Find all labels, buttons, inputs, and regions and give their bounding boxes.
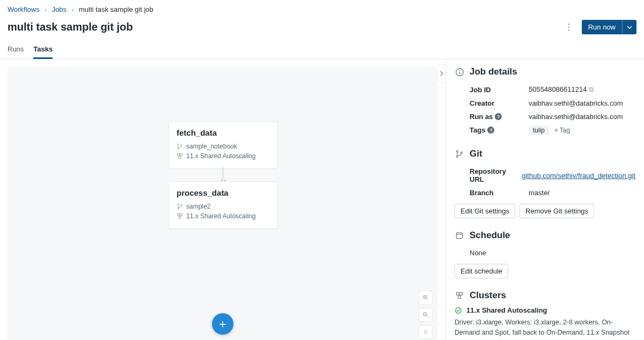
value-branch: master	[529, 189, 635, 197]
svg-rect-3	[178, 154, 180, 156]
git-branch-icon	[177, 143, 183, 150]
schedule-none: None	[470, 249, 635, 257]
run-now-group: Run now	[582, 20, 636, 34]
status-ok-icon	[455, 307, 462, 314]
remove-git-button[interactable]: Remove Git settings	[519, 204, 594, 218]
cluster-icon	[177, 153, 183, 159]
svg-point-24	[456, 156, 458, 157]
help-icon[interactable]: ?	[487, 127, 494, 134]
git-branch-icon	[177, 203, 183, 210]
add-task-button[interactable]: ＋	[212, 313, 233, 335]
edit-git-button[interactable]: Edit Git settings	[455, 204, 515, 218]
task-cluster: 11.x Shared Autoscaling	[177, 212, 270, 220]
svg-point-1	[178, 148, 179, 149]
zoom-out-button[interactable]	[419, 308, 433, 322]
cluster-description: Driver: i3.xlarge, Workers: i3.xlarge, 2…	[455, 317, 635, 340]
tabs: Runs Tasks	[0, 42, 644, 59]
details-sidebar: Job details Job ID 505548086611214⧉ Crea…	[445, 59, 644, 340]
svg-rect-30	[456, 292, 459, 295]
copy-icon[interactable]: ⧉	[589, 85, 594, 93]
breadcrumb-jobs[interactable]: Jobs	[52, 5, 67, 13]
task-node-process-data[interactable]: process_data sample2 11.x Shared Autosca…	[169, 181, 278, 229]
svg-point-8	[181, 205, 182, 206]
svg-rect-10	[180, 214, 182, 216]
task-cluster: 11.x Shared Autoscaling	[177, 152, 270, 160]
collapse-sidebar-icon[interactable]	[437, 64, 446, 83]
svg-point-23	[456, 151, 458, 152]
label-repo-url: Repository URL	[470, 167, 522, 183]
svg-rect-5	[179, 157, 181, 159]
label-branch: Branch	[470, 189, 529, 197]
chevron-down-icon	[627, 25, 632, 30]
run-now-button[interactable]: Run now	[582, 20, 622, 34]
label-tags: Tags	[470, 126, 485, 134]
breadcrumb-workflows[interactable]: Workflows	[8, 5, 40, 13]
cluster-name: 11.x Shared Autoscaling	[466, 306, 547, 314]
label-creator: Creator	[470, 99, 529, 107]
info-icon	[455, 68, 464, 77]
task-notebook: sample2	[177, 203, 270, 210]
svg-point-0	[178, 144, 179, 145]
task-graph-canvas[interactable]: fetch_data sample_notebook 11.x Shared A…	[8, 66, 438, 340]
help-icon[interactable]: ?	[495, 113, 502, 120]
calendar-icon	[455, 231, 464, 240]
breadcrumb-current: multi task sample git job	[79, 5, 153, 13]
page-title: multi task sample git job	[8, 21, 133, 33]
edit-schedule-button[interactable]: Edit schedule	[455, 264, 508, 278]
clusters-icon	[455, 291, 464, 300]
repo-url-link[interactable]: github.com/sethiv/fraud_detection.git	[522, 172, 635, 180]
git-icon	[455, 150, 464, 158]
svg-point-2	[181, 145, 182, 146]
section-title-job-details: Job details	[470, 66, 517, 77]
section-title-clusters: Clusters	[470, 290, 506, 301]
tab-runs[interactable]: Runs	[8, 42, 24, 58]
breadcrumb: Workflows › Jobs › multi task sample git…	[0, 0, 644, 17]
svg-line-17	[427, 316, 428, 317]
svg-rect-11	[179, 217, 181, 219]
zoom-controls	[419, 291, 433, 339]
task-title: process_data	[177, 188, 270, 197]
value-creator: vaibhav.sethi@databricks.com	[529, 99, 635, 107]
section-title-git: Git	[470, 149, 482, 159]
section-title-schedule: Schedule	[470, 230, 510, 241]
plus-icon: ＋	[217, 316, 229, 332]
svg-rect-4	[180, 154, 182, 156]
chevron-right-icon: ›	[72, 6, 74, 13]
svg-rect-9	[178, 214, 180, 216]
run-now-dropdown[interactable]	[622, 20, 636, 34]
svg-point-22	[459, 70, 460, 71]
more-menu-icon[interactable]: ⋮	[561, 22, 576, 32]
task-title: fetch_data	[177, 128, 270, 137]
svg-rect-26	[456, 233, 462, 238]
tag-chip[interactable]: tulip	[529, 125, 549, 135]
svg-rect-32	[458, 296, 461, 299]
svg-point-7	[178, 208, 179, 209]
add-tag-button[interactable]: + Tag	[554, 127, 570, 134]
chevron-right-icon: ›	[45, 6, 47, 13]
svg-point-6	[178, 204, 179, 205]
tab-tasks[interactable]: Tasks	[33, 42, 53, 59]
svg-rect-19	[425, 331, 427, 334]
svg-point-25	[460, 152, 462, 153]
fit-to-screen-button[interactable]	[419, 325, 433, 339]
value-run-as: vaibhav.sethi@databricks.com	[529, 113, 635, 121]
svg-rect-31	[460, 292, 463, 295]
value-job-id: 505548086611214	[529, 85, 587, 93]
label-run-as: Run as	[470, 113, 493, 121]
zoom-in-button[interactable]	[419, 291, 433, 305]
svg-line-13	[427, 299, 428, 300]
cluster-icon	[177, 213, 183, 219]
task-node-fetch-data[interactable]: fetch_data sample_notebook 11.x Shared A…	[169, 121, 278, 169]
label-job-id: Job ID	[470, 86, 529, 94]
task-notebook: sample_notebook	[177, 143, 270, 150]
